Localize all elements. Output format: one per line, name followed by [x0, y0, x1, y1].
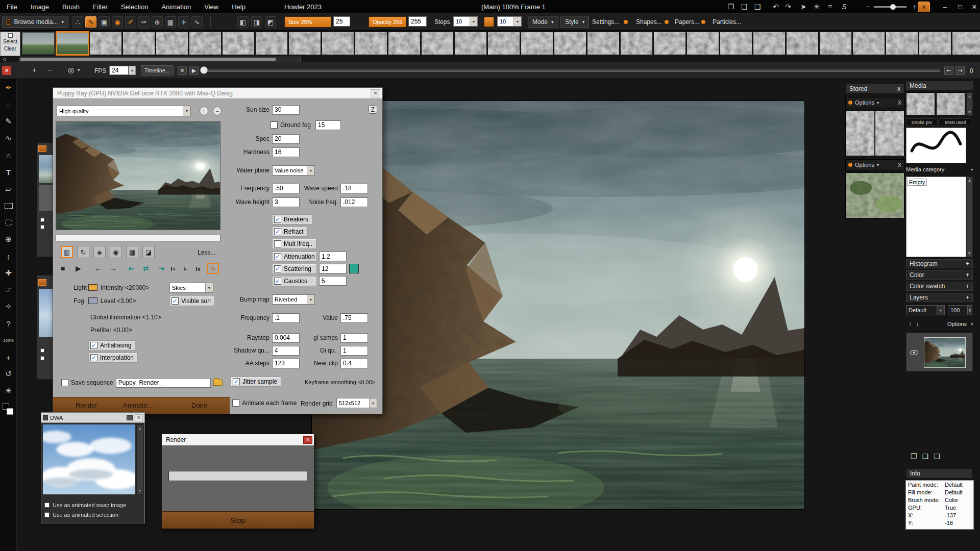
- prev-frame-icon[interactable]: ←: [94, 265, 102, 272]
- shapes-button[interactable]: Shapes...: [636, 18, 662, 26]
- gi-quality-field[interactable]: 1: [340, 346, 368, 356]
- layer-thumbnail[interactable]: [924, 337, 966, 368]
- options-close-button[interactable]: X: [898, 162, 901, 168]
- stored-close-button[interactable]: x: [897, 85, 900, 92]
- z-button[interactable]: Z: [369, 105, 377, 114]
- mode-dropdown[interactable]: Mode▾: [528, 16, 558, 28]
- camera-mode-button[interactable]: ▥: [61, 246, 73, 258]
- menubar-zoom-knob[interactable]: [890, 4, 896, 10]
- grid-mode-button[interactable]: ▦: [126, 246, 138, 258]
- howler-accent-button[interactable]: ✕: [918, 2, 930, 12]
- scatter-icon[interactable]: ✳: [811, 3, 823, 11]
- lasso-tool-icon[interactable]: ◌: [0, 98, 17, 111]
- select-all-checkbox[interactable]: [8, 33, 13, 38]
- menu-view[interactable]: View: [198, 0, 225, 14]
- zoom-out-preview-button[interactable]: −: [213, 107, 222, 115]
- previous-frame-button[interactable]: ⇠: [944, 66, 953, 75]
- spec-field[interactable]: 20: [272, 134, 300, 144]
- animate-each-frame-checkbox[interactable]: [232, 399, 239, 407]
- select-button[interactable]: Select: [1, 39, 20, 44]
- render-preview-image[interactable]: [56, 121, 220, 230]
- histogram-section-header[interactable]: Histogram +: [906, 259, 973, 268]
- ellipse-select-tool-icon[interactable]: [0, 216, 17, 229]
- next-frame-button[interactable]: ⇢: [955, 66, 965, 75]
- interpolation-checkbox[interactable]: ✓Interpolation: [88, 353, 138, 363]
- timeline-close-button[interactable]: ✕: [2, 66, 11, 75]
- expand-icon[interactable]: +: [966, 283, 969, 290]
- script-icon[interactable]: S: [838, 3, 850, 11]
- zoom-out-icon[interactable]: −: [862, 3, 874, 11]
- path-mode-button[interactable]: ◈: [93, 246, 106, 258]
- render-dialog-titlebar[interactable]: Render ✕: [162, 434, 314, 445]
- clouds-image[interactable]: [43, 424, 135, 494]
- spin-down-icon[interactable]: ▾: [969, 310, 971, 312]
- papers-button[interactable]: Papers...: [675, 18, 699, 26]
- opacity-value-field[interactable]: 255: [408, 16, 427, 27]
- layer-down-icon[interactable]: ↓: [916, 320, 919, 328]
- zoom-level-button[interactable]: 100%: [0, 334, 17, 346]
- shear-icon[interactable]: ◩: [265, 16, 276, 28]
- listbox-scrollbar[interactable]: ▲ ▼: [966, 177, 973, 257]
- browse-media-dropdown[interactable]: Browse media... ▾: [2, 16, 68, 28]
- settings-button[interactable]: Settings...: [592, 18, 619, 26]
- media-thumbnail[interactable]: [936, 92, 965, 116]
- scatter-dots-icon[interactable]: ∴: [72, 16, 83, 28]
- style-dropdown[interactable]: Style▾: [560, 16, 589, 28]
- dwa-close-button[interactable]: ✕: [135, 414, 143, 421]
- media-thumbnail[interactable]: [906, 92, 935, 116]
- near-clip-field[interactable]: 0.4: [340, 359, 368, 368]
- fps-value-field[interactable]: 24: [109, 66, 129, 75]
- sliver-checkbox[interactable]: [40, 218, 44, 222]
- media-scrollbar[interactable]: ▴ ▾: [966, 92, 973, 116]
- play-playback-icon[interactable]: ▶: [76, 265, 81, 272]
- menu-animation[interactable]: Animation: [155, 0, 198, 14]
- tab-most-used[interactable]: Most used: [940, 118, 971, 126]
- key-tool-icon[interactable]: ✧: [0, 300, 17, 313]
- color-section-header[interactable]: Color +: [906, 270, 973, 280]
- scattering-checkbox[interactable]: ✓Scattering: [272, 264, 317, 274]
- first-keyframe-icon[interactable]: ⇤: [129, 265, 135, 272]
- animate-button[interactable]: Animate...: [123, 402, 153, 409]
- gi-samps-field[interactable]: 1: [340, 333, 368, 343]
- hand-tool-icon[interactable]: ☞: [0, 284, 17, 296]
- layer-blend-mode-select[interactable]: Default▾: [906, 305, 945, 315]
- clear-button[interactable]: Clear: [1, 46, 20, 52]
- sequence-name-field[interactable]: Puppy_Render_: [116, 378, 211, 388]
- list-item-empty[interactable]: Empty: [908, 179, 926, 185]
- menu-file[interactable]: File: [0, 0, 24, 14]
- secondary-color-swatch[interactable]: [7, 408, 13, 415]
- zoom-in-preview-button[interactable]: +: [200, 107, 208, 115]
- bump-map-select[interactable]: Riverbed▾: [272, 294, 315, 305]
- ground-fog-checkbox[interactable]: [271, 121, 278, 129]
- menu-brush[interactable]: Brush: [56, 0, 86, 14]
- breakers-checkbox[interactable]: ✓Breakers: [272, 214, 312, 224]
- dwa-scrollbar[interactable]: ▴ ▾: [136, 424, 143, 494]
- next-frame-icon[interactable]: →: [110, 265, 117, 272]
- stored-terrain-thumbnail[interactable]: [845, 172, 904, 218]
- animated-selection-checkbox[interactable]: [44, 512, 50, 517]
- sliver-checkbox[interactable]: [40, 348, 44, 353]
- airbrush-tool-icon[interactable]: ◉: [112, 16, 123, 28]
- particles-button[interactable]: Particles...: [713, 18, 741, 26]
- aa-steps-field[interactable]: 123: [272, 359, 300, 368]
- render-mode-button[interactable]: ◪: [142, 246, 155, 258]
- visible-sun-checkbox[interactable]: ✓Visible sun: [169, 296, 215, 306]
- pointer-icon[interactable]: ➤: [797, 3, 810, 11]
- sun-size-field[interactable]: 30: [272, 105, 300, 115]
- media-panel-header[interactable]: Media: [905, 81, 974, 91]
- water-plane-select[interactable]: Value noise▾: [272, 165, 315, 176]
- jitter-sample-checkbox[interactable]: ✓Jitter sample: [231, 377, 281, 387]
- layer-up-icon[interactable]: ↑: [909, 320, 912, 328]
- done-button[interactable]: Done: [191, 402, 207, 409]
- timeline-slider-track[interactable]: [204, 69, 940, 72]
- tab-stroke-preview[interactable]: Stroke prv: [906, 118, 938, 126]
- new-layer-icon[interactable]: ❑: [934, 452, 940, 460]
- layer-options-label[interactable]: Options: [947, 321, 967, 327]
- expand-icon[interactable]: +: [966, 294, 969, 301]
- window-close-button[interactable]: ✕: [968, 3, 980, 11]
- effects-tool-icon[interactable]: ✳: [0, 385, 17, 397]
- noise-freq-field[interactable]: .012: [340, 197, 368, 207]
- cross-tool-icon[interactable]: ✛: [178, 16, 189, 28]
- brush-size-slider[interactable]: Size 25%: [284, 16, 331, 28]
- rect-select-tool-icon[interactable]: [0, 199, 17, 212]
